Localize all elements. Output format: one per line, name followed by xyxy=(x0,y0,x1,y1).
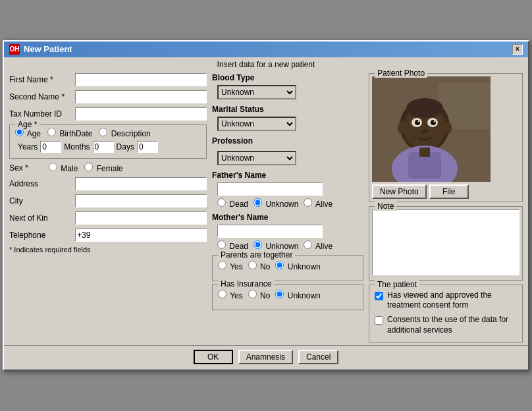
cancel-button[interactable]: Cancel xyxy=(298,350,338,364)
new-photo-button[interactable]: New Photo xyxy=(372,184,427,199)
insurance-unknown-radio[interactable] xyxy=(275,290,284,298)
patient-photo-image xyxy=(372,76,491,182)
ok-button[interactable]: OK xyxy=(194,350,233,364)
fathers-alive-label[interactable]: Alive xyxy=(304,198,332,209)
tax-number-label: Tax Number ID xyxy=(9,109,75,119)
insurance-yes-radio[interactable] xyxy=(218,290,226,298)
fathers-unknown-radio[interactable] xyxy=(253,198,262,207)
parents-together-group: Yes No Unknown xyxy=(218,261,358,271)
mothers-alive-radio[interactable] xyxy=(304,240,312,249)
second-name-row: Second Name * xyxy=(9,90,207,103)
fathers-dead-label[interactable]: Dead xyxy=(217,198,248,209)
fathers-unknown-label[interactable]: Unknown xyxy=(253,198,298,209)
svg-point-11 xyxy=(421,129,428,133)
consent1-checkbox[interactable] xyxy=(375,292,383,300)
mothers-dead-radio[interactable] xyxy=(217,240,226,249)
second-name-input[interactable] xyxy=(75,90,207,103)
tax-number-row: Tax Number ID xyxy=(9,107,207,121)
parents-no-label[interactable]: No xyxy=(248,261,271,271)
titlebar-left: OH New Patient xyxy=(9,44,72,55)
city-label: City xyxy=(9,196,75,206)
days-input[interactable] xyxy=(137,141,158,153)
city-row: City xyxy=(9,194,207,207)
mothers-alive-label[interactable]: Alive xyxy=(304,240,332,251)
telephone-input[interactable] xyxy=(75,229,207,242)
next-of-kin-row: Next of Kin xyxy=(9,211,207,225)
profession-label: Profession xyxy=(212,136,363,146)
insurance-no-radio[interactable] xyxy=(248,290,257,298)
right-panel: Patient Photo xyxy=(369,73,523,342)
profession-select[interactable]: Unknown xyxy=(217,151,296,165)
note-textarea[interactable] xyxy=(372,209,519,275)
svg-point-17 xyxy=(442,121,452,134)
sex-male-label[interactable]: Male xyxy=(49,163,78,173)
dialog-title: New Patient xyxy=(24,44,72,54)
app-icon: OH xyxy=(9,44,20,55)
new-patient-dialog: OH New Patient × Insert data for a new p… xyxy=(3,40,529,371)
years-input[interactable] xyxy=(40,141,61,153)
fathers-name-label: Father's Name xyxy=(212,171,363,180)
mothers-name-input[interactable] xyxy=(217,225,323,238)
age-radio-birthdate[interactable] xyxy=(47,128,56,136)
insurance-group: Yes No Unknown xyxy=(218,290,358,300)
svg-rect-14 xyxy=(419,148,430,157)
consent1-row: Has viewed and approved the treatment co… xyxy=(375,290,517,311)
sex-male-radio[interactable] xyxy=(49,163,57,171)
address-row: Address xyxy=(9,177,207,190)
first-name-row: First Name * xyxy=(9,73,207,86)
age-radio-description-label[interactable]: Description xyxy=(99,128,150,138)
required-note: * Indicates required fields xyxy=(9,246,207,254)
bottom-bar: OK Anamnesis Cancel xyxy=(4,345,528,370)
close-button[interactable]: × xyxy=(512,44,523,55)
content-area: First Name * Second Name * Tax Number ID… xyxy=(4,70,528,345)
parents-together-title: Parents are together xyxy=(218,250,295,260)
age-group-box: Age * Age BirthDate Description xyxy=(9,124,207,159)
second-name-label: Second Name * xyxy=(9,92,75,101)
fathers-alive-radio[interactable] xyxy=(304,198,312,207)
file-button[interactable]: File xyxy=(429,184,469,199)
sex-radio-group: Male Female xyxy=(49,163,123,173)
note-box: Note xyxy=(369,206,523,281)
blood-type-select[interactable]: Unknown A+A- B+B- AB+AB- O+O- xyxy=(217,85,296,99)
marital-status-select[interactable]: Unknown Single Married Divorced Widowed xyxy=(217,117,296,131)
first-name-input[interactable] xyxy=(75,73,207,86)
mothers-name-label: Mother's Name xyxy=(212,213,363,222)
telephone-label: Telephone xyxy=(9,231,75,240)
mothers-unknown-label[interactable]: Unknown xyxy=(253,240,298,251)
marital-status-label: Marital Status xyxy=(212,105,363,114)
age-radio-age-label[interactable]: Age xyxy=(15,128,41,138)
insurance-yes-label[interactable]: Yes xyxy=(218,290,243,300)
age-radio-birthdate-label[interactable]: BirthDate xyxy=(47,128,92,138)
mothers-dead-label[interactable]: Dead xyxy=(217,240,248,251)
insurance-unknown-label[interactable]: Unknown xyxy=(275,290,320,300)
days-label: Days xyxy=(117,142,134,151)
age-radio-description[interactable] xyxy=(99,128,107,136)
tax-number-input[interactable] xyxy=(75,107,207,121)
dialog-subtitle: Insert data for a new patient xyxy=(4,57,528,70)
insurance-no-label[interactable]: No xyxy=(248,290,271,300)
parents-unknown-radio[interactable] xyxy=(275,261,284,269)
city-input[interactable] xyxy=(75,194,207,207)
address-input[interactable] xyxy=(75,177,207,190)
months-input[interactable] xyxy=(93,141,114,153)
sex-female-label[interactable]: Female xyxy=(84,163,122,173)
months-label: Months xyxy=(64,142,90,151)
consent2-checkbox[interactable] xyxy=(375,316,383,325)
next-of-kin-input[interactable] xyxy=(75,211,207,225)
patient-consents-box: The patient Has viewed and approved the … xyxy=(369,285,523,342)
titlebar: OH New Patient × xyxy=(4,41,528,57)
fathers-dead-radio[interactable] xyxy=(217,198,226,207)
mothers-status-group: Dead Unknown Alive xyxy=(217,240,363,251)
mothers-unknown-radio[interactable] xyxy=(253,240,262,249)
left-panel: First Name * Second Name * Tax Number ID… xyxy=(9,73,207,342)
parents-yes-label[interactable]: Yes xyxy=(218,261,243,271)
age-fields: Years Months Days xyxy=(18,141,201,153)
parents-yes-radio[interactable] xyxy=(218,261,226,269)
parents-no-radio[interactable] xyxy=(248,261,257,269)
sex-female-radio[interactable] xyxy=(84,163,93,171)
has-insurance-box: Has Insurance Yes No Unknown xyxy=(212,284,363,310)
fathers-name-input[interactable] xyxy=(217,182,323,196)
anamnesis-button[interactable]: Anamnesis xyxy=(238,350,293,364)
parents-unknown-label[interactable]: Unknown xyxy=(275,261,320,271)
photo-buttons: New Photo File xyxy=(372,184,519,199)
